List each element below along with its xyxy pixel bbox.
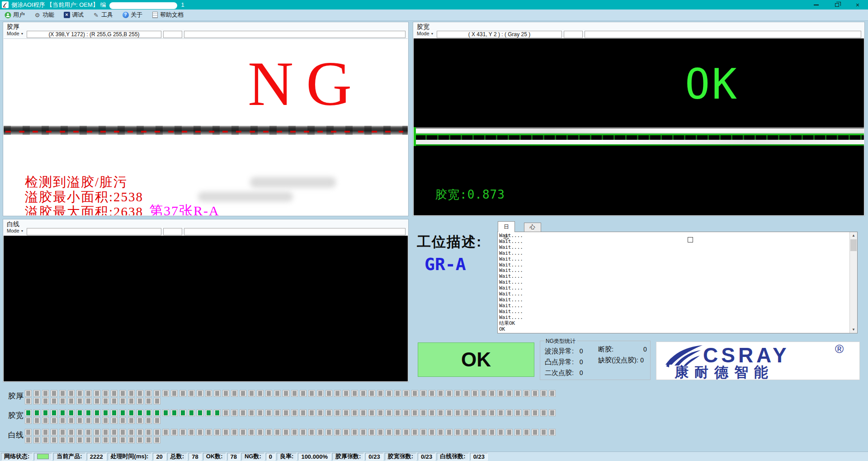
indicator-cell-gray <box>472 390 478 397</box>
scroll-down-icon[interactable]: ▼ <box>850 326 857 333</box>
mode-dropdown[interactable]: Mode▼ <box>417 31 434 36</box>
minimize-icon <box>814 5 819 5</box>
network-status-swatch <box>34 453 52 461</box>
result-text-ng: NG <box>248 49 364 119</box>
indicator-cell-gray <box>197 429 203 436</box>
indicator-cell-green <box>94 409 100 416</box>
log-line: Wait.... <box>499 309 848 315</box>
frame-tag-text: 第37张R-A <box>149 202 220 215</box>
indicator-cell-gray <box>68 437 75 443</box>
tab-heartbeat[interactable]: 心跳 <box>524 223 541 232</box>
small-field[interactable] <box>564 31 583 38</box>
pixel-coordinate-field[interactable]: ( X 431, Y 2 ) : ( Gray 25 ) <box>437 31 562 38</box>
menu-item-user[interactable]: 用户 <box>0 10 29 21</box>
indicator-cell-gray <box>214 429 221 436</box>
indicator-cell-gray <box>137 398 143 404</box>
minimize-button[interactable] <box>806 0 826 10</box>
restore-button[interactable] <box>826 0 847 10</box>
log-line: Wait.... <box>499 315 848 321</box>
scrollbar-thumb[interactable] <box>850 239 857 251</box>
result-text-ok: OK <box>685 60 739 109</box>
indicator-cell-gray <box>386 429 392 436</box>
indicator-cell-gray <box>119 390 126 397</box>
stat-bump-abnormal: 凸点异常: 0 <box>545 358 583 366</box>
indicator-cell-gray <box>42 390 49 397</box>
indicator-group-label: 白线 <box>8 430 24 440</box>
small-field[interactable] <box>163 31 182 38</box>
indicator-cell-gray <box>532 409 538 416</box>
indicator-cell-gray <box>308 429 315 436</box>
indicator-cell-gray <box>360 429 367 436</box>
inspection-image-glue-thickness[interactable]: NG 检测到溢胶/脏污 溢胶最小面积:2538 溢胶最大面积:2638 第37张… <box>4 38 408 215</box>
indicator-cell-gray <box>119 429 126 436</box>
indicator-cell-gray <box>291 390 298 397</box>
glue-width-measurement: 胶宽:0.873 <box>435 187 505 203</box>
indicator-cell-gray <box>343 429 349 436</box>
log-scrollbar[interactable]: ▲ ▼ <box>849 232 857 333</box>
menu-item-about[interactable]: ? 关于 <box>118 10 147 21</box>
indicator-cell-gray <box>420 390 427 397</box>
menu-item-help-doc[interactable]: 帮助文档 <box>147 10 188 21</box>
info-field[interactable] <box>184 228 406 235</box>
registered-mark: ® <box>835 342 844 356</box>
pixel-coordinate-field[interactable]: (X 398,Y 1272) : (R 255,G 255,B 255) <box>27 31 161 38</box>
indicator-cell-gray <box>128 390 135 397</box>
indicator-cell-gray <box>351 429 358 436</box>
indicator-cell-gray <box>265 429 272 436</box>
statusbar-value: 100.000% <box>298 453 331 461</box>
log-checkbox[interactable] <box>688 237 693 242</box>
small-field[interactable] <box>163 228 182 235</box>
info-field[interactable] <box>184 31 406 38</box>
tab-log[interactable]: 日志 <box>498 221 515 232</box>
indicator-cell-gray <box>51 398 57 404</box>
overall-result-button[interactable]: OK <box>418 342 534 377</box>
indicator-cell-gray <box>291 429 298 436</box>
indicator-cell-gray <box>102 390 109 397</box>
indicator-cell-gray <box>540 390 547 397</box>
mode-dropdown[interactable]: Mode▼ <box>7 31 24 36</box>
indicator-cell-gray <box>283 390 289 397</box>
indicator-cell-gray <box>25 390 32 397</box>
indicator-cell-gray <box>33 437 40 443</box>
vendor-logo: CSRAY ® 康耐德智能 <box>656 342 860 380</box>
mode-dropdown[interactable]: Mode▼ <box>7 228 24 233</box>
indicator-cell-gray <box>128 429 135 436</box>
log-listbox[interactable]: Wait....Wait....Wait....Wait....Wait....… <box>497 232 858 333</box>
defect-description-text: 检测到溢胶/脏污 溢胶最小面积:2538 溢胶最大面积:2638 <box>25 175 143 215</box>
menu-item-label: 帮助文档 <box>160 11 184 19</box>
indicator-cell-gray <box>205 429 212 436</box>
indicator-cell-gray <box>154 398 160 404</box>
close-button[interactable]: × <box>847 0 868 10</box>
defect-marking <box>5 131 403 133</box>
indicator-cell-gray <box>222 409 229 416</box>
indicator-cell-gray <box>94 390 100 397</box>
indicator-cell-gray <box>137 417 143 424</box>
menu-item-tools[interactable]: ✎ 工具 <box>88 10 118 21</box>
statusbar-value: 0/23 <box>470 453 488 461</box>
indicator-cell-gray <box>188 390 195 397</box>
indicator-cell-gray <box>429 429 435 436</box>
menu-item-debug[interactable]: × 调试 <box>59 10 88 21</box>
info-field[interactable] <box>585 31 861 38</box>
indicator-cell-gray <box>214 390 221 397</box>
menu-item-label: 用户 <box>13 11 25 19</box>
indicator-cell-gray <box>411 409 418 416</box>
station-section: 工位描述: GR-A 日志 心跳 Wait....Wait....Wait...… <box>413 219 865 382</box>
indicator-cell-gray <box>308 390 315 397</box>
pixel-coordinate-field[interactable] <box>27 228 161 235</box>
indicator-cell-gray <box>162 429 169 436</box>
indicator-cell-gray <box>317 409 324 416</box>
indicator-cell-gray <box>33 390 40 397</box>
indicator-cell-gray <box>76 398 83 404</box>
menu-item-functions[interactable]: ⚙ 功能 <box>29 10 59 21</box>
indicator-cell-gray <box>111 417 118 424</box>
indicator-cell-gray <box>497 390 504 397</box>
indicator-cell-green <box>197 409 203 416</box>
inspection-image-white-line[interactable] <box>4 236 408 381</box>
statusbar-value: 78 <box>189 453 201 461</box>
indicator-cell-green <box>214 409 221 416</box>
indicator-cell-gray <box>240 429 246 436</box>
indicator-cell-gray <box>111 390 118 397</box>
scroll-up-icon[interactable]: ▲ <box>850 232 857 239</box>
inspection-image-glue-width[interactable]: OK 胶宽:0.873 <box>414 38 864 215</box>
